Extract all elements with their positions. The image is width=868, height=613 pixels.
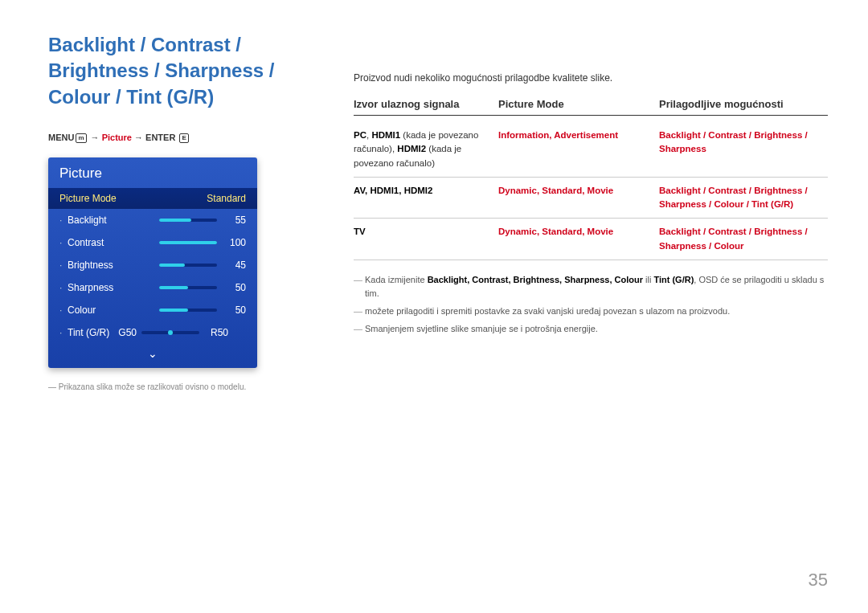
slider-label: Colour <box>68 304 159 316</box>
slider-label: Brightness <box>68 260 159 271</box>
note: možete prilagoditi i spremiti postavke z… <box>354 304 828 319</box>
cell-source: AV, HDMI1, HDMI2 <box>354 184 498 212</box>
table-row: PC, HDMI1 (kada je povezano računalo), H… <box>354 122 828 178</box>
osd-tint-row[interactable]: · Tint (G/R) G50 R50 <box>48 321 257 344</box>
cell-source: TV <box>354 225 498 253</box>
tint-slider[interactable] <box>141 331 199 334</box>
slider-track[interactable] <box>159 241 217 244</box>
slider-fill <box>159 219 191 222</box>
bullet: · <box>59 304 68 316</box>
slider-track[interactable] <box>159 264 217 267</box>
osd-mode-row[interactable]: Picture Mode Standard <box>48 188 257 209</box>
menu-text: MENU <box>48 133 74 142</box>
osd-panel: Picture Picture Mode Standard ·Backlight… <box>48 157 257 368</box>
note: Kada izmijenite Backlight, Contrast, Bri… <box>354 273 828 301</box>
options-table: Izvor ulaznog signala Picture Mode Prila… <box>354 98 828 260</box>
note-text: ili <box>643 275 653 284</box>
bullet: · <box>59 260 68 271</box>
th-source: Izvor ulaznog signala <box>354 98 498 110</box>
bullet: · <box>59 327 68 338</box>
image-disclaimer: Prikazana slika može se razlikovati ovis… <box>48 382 321 391</box>
intro-text: Proizvod nudi nekoliko mogućnosti prilag… <box>354 72 828 84</box>
osd-slider-row[interactable]: ·Colour50 <box>48 299 257 321</box>
slider-fill <box>159 241 217 244</box>
note-bold: Backlight, Contrast, Brightness, Sharpne… <box>428 275 643 284</box>
osd-title: Picture <box>48 157 257 188</box>
slider-label: Backlight <box>68 215 159 226</box>
cell-options: Backlight / Contrast / Brightness / Shar… <box>659 184 828 212</box>
osd-slider-row[interactable]: ·Contrast100 <box>48 231 257 254</box>
cell-mode: Dynamic, Standard, Movie <box>498 225 659 253</box>
slider-value: 55 <box>225 215 246 226</box>
slider-fill <box>159 309 188 312</box>
note-bold: Tint (G/R) <box>653 275 694 284</box>
table-row: AV, HDMI1, HDMI2 Dynamic, Standard, Movi… <box>354 178 828 219</box>
tint-g: G50 <box>113 327 137 338</box>
mode-label: Picture Mode <box>59 193 117 204</box>
slider-label: Contrast <box>68 237 159 248</box>
enter-text: ENTER <box>145 133 175 142</box>
osd-slider-row[interactable]: ·Sharpness50 <box>48 276 257 299</box>
slider-track[interactable] <box>159 286 217 289</box>
slider-fill <box>159 264 185 267</box>
slider-track[interactable] <box>159 309 217 312</box>
arrow-text: → <box>132 133 145 142</box>
picture-text: Picture <box>102 133 132 142</box>
cell-mode: Information, Advertisement <box>498 129 659 170</box>
tint-slider-thumb[interactable] <box>168 330 173 335</box>
slider-fill <box>159 286 188 289</box>
arrow-text: → <box>88 133 102 142</box>
table-header-row: Izvor ulaznog signala Picture Mode Prila… <box>354 98 828 116</box>
menu-icon: m <box>76 133 86 143</box>
osd-slider-row[interactable]: ·Backlight55 <box>48 209 257 231</box>
bullet: · <box>59 237 68 248</box>
slider-value: 45 <box>225 260 246 271</box>
menu-breadcrumb: MENUm → Picture → ENTER E <box>48 133 321 143</box>
slider-label: Sharpness <box>68 282 159 293</box>
bullet: · <box>59 282 68 293</box>
page-number: 35 <box>809 570 828 591</box>
cell-mode: Dynamic, Standard, Movie <box>498 184 659 212</box>
cell-source: PC, HDMI1 (kada je povezano računalo), H… <box>354 129 498 170</box>
table-row: TV Dynamic, Standard, Movie Backlight / … <box>354 219 828 260</box>
chevron-down-icon[interactable]: ⌄ <box>48 344 257 360</box>
slider-track[interactable] <box>159 219 217 222</box>
cell-options: Backlight / Contrast / Brightness / Shar… <box>659 129 828 170</box>
osd-slider-row[interactable]: ·Brightness45 <box>48 254 257 276</box>
note-text: Kada izmijenite <box>365 275 428 284</box>
note: Smanjenjem svjetline slike smanjuje se i… <box>354 322 828 337</box>
tint-r: R50 <box>204 327 228 338</box>
slider-value: 50 <box>225 282 246 293</box>
src: HDMI1 <box>371 130 400 140</box>
slider-value: 100 <box>225 237 246 248</box>
mode-value: Standard <box>207 193 246 204</box>
enter-icon: E <box>179 133 188 143</box>
src: HDMI2 <box>397 144 426 153</box>
cell-options: Backlight / Contrast / Brightness / Shar… <box>659 225 828 253</box>
tint-label: Tint (G/R) <box>68 327 113 338</box>
bullet: · <box>59 215 68 226</box>
slider-value: 50 <box>225 304 246 316</box>
notes-block: Kada izmijenite Backlight, Contrast, Bri… <box>354 273 828 336</box>
th-options: Prilagodljive mogućnosti <box>659 98 828 110</box>
th-mode: Picture Mode <box>498 98 659 110</box>
src: PC <box>354 130 366 140</box>
page-title: Backlight / Contrast / Brightness / Shar… <box>48 32 321 110</box>
